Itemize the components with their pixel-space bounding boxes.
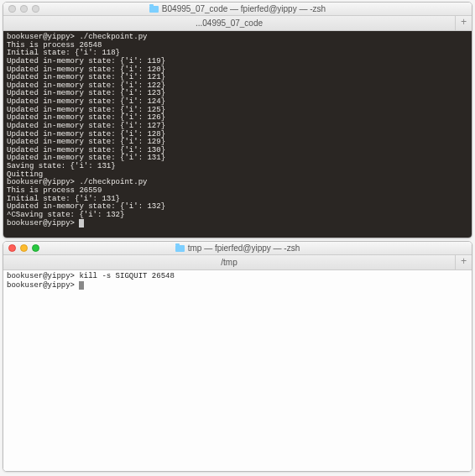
cursor-icon <box>79 281 84 290</box>
zoom-icon[interactable] <box>32 5 39 13</box>
window-controls-top <box>8 5 39 13</box>
cursor-icon <box>79 219 84 228</box>
new-tab-button[interactable]: + <box>455 16 472 30</box>
minimize-icon[interactable] <box>20 244 28 252</box>
tab-bottom[interactable]: /tmp <box>3 255 455 270</box>
window-title-text: B04995_07_code — fpierfed@yippy — -zsh <box>162 4 326 13</box>
new-tab-button[interactable]: + <box>455 255 472 269</box>
window-title-top: B04995_07_code — fpierfed@yippy — -zsh <box>149 4 326 13</box>
terminal-output-top[interactable]: bookuser@yippy> ./checkpoint.py This is … <box>3 31 472 238</box>
tabbar-bottom: /tmp + <box>3 255 472 270</box>
close-icon[interactable] <box>8 244 16 252</box>
terminal-output-bottom[interactable]: bookuser@yippy> kill -s SIGQUIT 26548 bo… <box>3 270 472 471</box>
tab-top[interactable]: ...04995_07_code <box>3 16 455 31</box>
terminal-window-bottom: tmp — fpierfed@yippy — -zsh /tmp + booku… <box>3 241 472 472</box>
zoom-icon[interactable] <box>32 244 39 252</box>
window-title-bottom: tmp — fpierfed@yippy — -zsh <box>175 243 300 253</box>
minimize-icon[interactable] <box>20 5 28 13</box>
terminal-window-top: B04995_07_code — fpierfed@yippy — -zsh .… <box>3 2 472 238</box>
close-icon[interactable] <box>8 5 16 13</box>
window-controls-bottom <box>8 244 39 252</box>
window-title-text: tmp — fpierfed@yippy — -zsh <box>188 243 300 253</box>
tabbar-top: ...04995_07_code + <box>3 16 472 31</box>
folder-icon <box>175 245 185 252</box>
titlebar-top[interactable]: B04995_07_code — fpierfed@yippy — -zsh <box>3 3 472 16</box>
folder-icon <box>149 6 159 13</box>
titlebar-bottom[interactable]: tmp — fpierfed@yippy — -zsh <box>3 242 472 255</box>
